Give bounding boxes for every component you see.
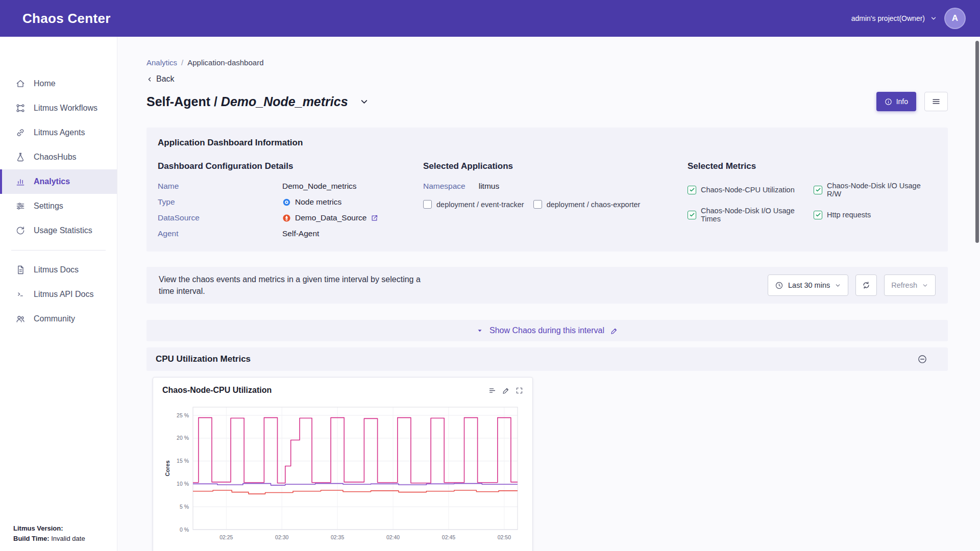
sidebar-item-settings[interactable]: Settings: [0, 194, 117, 218]
dashboard-menu-button[interactable]: [924, 92, 948, 111]
chart-expand-icon[interactable]: [516, 387, 523, 394]
refresh-now-button[interactable]: [855, 274, 877, 296]
metric-checkbox-disk-io-times[interactable]: [688, 211, 696, 219]
config-name-value: Demo_Node_metrics: [282, 182, 423, 191]
chart-edit-icon[interactable]: [502, 387, 510, 394]
metric-checkbox-cpu-utilization[interactable]: [688, 186, 696, 194]
metric-option: Chaos-Node-Disk I/O Usage R/W: [814, 182, 937, 198]
sidebar-item-usage-statistics[interactable]: Usage Statistics: [0, 218, 117, 243]
time-range-select[interactable]: Last 30 mins: [768, 274, 848, 296]
settings-icon: [15, 201, 26, 211]
workflows-icon: [15, 103, 26, 113]
namespace-label: Namespace: [423, 182, 465, 191]
app-title: Chaos Center: [22, 11, 111, 27]
chaoshubs-icon: [15, 152, 26, 162]
node-metrics-icon: [282, 198, 291, 207]
sidebar-item-litmus-workflows[interactable]: Litmus Workflows: [0, 96, 117, 120]
sidebar-version-info: Litmus Version: Build Time: Invalid date: [13, 523, 85, 544]
dashboard-config-details: Dashboard Configuration Details Name Dem…: [158, 161, 423, 238]
svg-text:15 %: 15 %: [177, 458, 189, 464]
prometheus-icon: [282, 214, 291, 222]
app-checkbox-event-tracker[interactable]: [423, 200, 432, 209]
config-datasource-label: DataSource: [158, 213, 282, 222]
config-agent-value: Self-Agent: [282, 229, 423, 238]
info-button[interactable]: Info: [876, 92, 916, 111]
config-name-label: Name: [158, 182, 282, 191]
window-scrollbar-thumb[interactable]: [975, 41, 979, 243]
sidebar-item-litmus-api-docs[interactable]: Litmus API Docs: [0, 282, 117, 307]
sidebar-item-litmus-docs[interactable]: Litmus Docs: [0, 258, 117, 282]
sidebar-divider: [11, 250, 106, 251]
sidebar-item-home[interactable]: Home: [0, 71, 117, 96]
show-chaos-toggle[interactable]: Show Chaos during this interval: [146, 320, 948, 341]
back-button[interactable]: Back: [146, 74, 175, 84]
cpu-chart-svg: 0 %5 %10 %15 %20 %25 %02:2502:3002:3502:…: [162, 401, 523, 550]
config-type-value: Node metrics: [282, 197, 423, 207]
agents-icon: [15, 128, 26, 138]
svg-text:02:40: 02:40: [386, 534, 400, 540]
breadcrumb-application-dashboard[interactable]: Application-dashboard: [187, 58, 263, 67]
svg-text:02:30: 02:30: [275, 534, 288, 540]
metric-option: Chaos-Node-Disk I/O Usage Times: [688, 207, 814, 223]
project-selector[interactable]: admin's project(Owner): [851, 14, 937, 22]
sidebar: Home Litmus Workflows Litmus Agents Chao…: [0, 37, 117, 551]
collapse-section-icon[interactable]: [917, 354, 927, 364]
refresh-icon: [862, 281, 871, 290]
dropdown-arrow-icon: [476, 327, 483, 334]
breadcrumb-analytics[interactable]: Analytics: [146, 58, 177, 67]
top-bar: Chaos Center admin's project(Owner) A: [0, 0, 980, 37]
chevron-left-icon: [146, 76, 153, 83]
hamburger-icon: [932, 97, 941, 106]
avatar[interactable]: A: [944, 8, 966, 29]
application-option: deployment / event-tracker: [423, 200, 524, 209]
chart-legend-icon[interactable]: [488, 386, 497, 395]
svg-text:02:50: 02:50: [498, 534, 511, 540]
svg-text:0 %: 0 %: [180, 527, 189, 533]
metric-option: Chaos-Node-CPU Utilization: [688, 182, 814, 198]
sidebar-item-litmus-agents[interactable]: Litmus Agents: [0, 120, 117, 145]
usage-icon: [15, 226, 26, 236]
cpu-metrics-section-header: CPU Utilization Metrics: [146, 347, 948, 371]
app-checkbox-chaos-exporter[interactable]: [533, 200, 542, 209]
main-content: Analytics / Application-dashboard Back S…: [117, 37, 980, 551]
chart-title: Chaos-Node-CPU Utilization: [162, 386, 272, 395]
project-selector-label: admin's project(Owner): [851, 14, 925, 22]
dashboard-info-panel: Application Dashboard Information Dashbo…: [146, 128, 948, 252]
interval-bar: View the chaos events and metrics in a g…: [146, 267, 948, 304]
config-datasource-value: Demo_Data_Source: [282, 213, 423, 222]
sidebar-item-chaoshubs[interactable]: ChaosHubs: [0, 145, 117, 169]
sidebar-item-analytics[interactable]: Analytics: [0, 169, 117, 194]
clock-icon: [775, 281, 783, 290]
edit-pencil-icon[interactable]: [610, 327, 618, 335]
refresh-rate-select[interactable]: Refresh: [884, 274, 936, 296]
cpu-chart[interactable]: 0 %5 %10 %15 %20 %25 %02:2502:3002:3502:…: [162, 401, 523, 551]
cpu-utilization-chart-card: Chaos-Node-CPU Utilization 0 %5 %10 %15 …: [153, 377, 533, 551]
svg-text:20 %: 20 %: [177, 435, 189, 441]
cpu-metrics-section-title: CPU Utilization Metrics: [156, 354, 251, 364]
svg-text:02:25: 02:25: [219, 534, 233, 540]
selected-applications: Selected Applications Namespace litmus d…: [423, 161, 688, 238]
svg-text:02:35: 02:35: [331, 534, 344, 540]
svg-text:5 %: 5 %: [180, 504, 189, 510]
info-icon: [885, 98, 892, 106]
chevron-down-icon: [930, 15, 937, 22]
breadcrumb: Analytics / Application-dashboard: [146, 58, 948, 67]
dashboard-switcher-chevron-icon[interactable]: [359, 97, 369, 107]
svg-text:25 %: 25 %: [177, 412, 189, 418]
svg-text:Cores: Cores: [164, 460, 170, 476]
chevron-down-icon: [922, 282, 928, 289]
metric-checkbox-http-requests[interactable]: [814, 211, 822, 219]
external-link-icon[interactable]: [371, 214, 378, 222]
page-title: Self-Agent / Demo_Node_metrics: [146, 94, 348, 109]
metric-option: Http requests: [814, 207, 937, 223]
breadcrumb-separator: /: [181, 58, 183, 67]
dashboard-info-title: Application Dashboard Information: [158, 138, 937, 148]
sidebar-item-community[interactable]: Community: [0, 307, 117, 331]
interval-description: View the chaos events and metrics in a g…: [159, 273, 429, 297]
selected-metrics: Selected Metrics Chaos-Node-CPU Utilizat…: [688, 161, 937, 238]
analytics-icon: [15, 177, 26, 187]
svg-text:10 %: 10 %: [177, 481, 189, 487]
metric-checkbox-disk-io-rw[interactable]: [814, 186, 822, 194]
application-option: deployment / chaos-exporter: [533, 200, 641, 209]
terminal-icon: [15, 289, 26, 299]
